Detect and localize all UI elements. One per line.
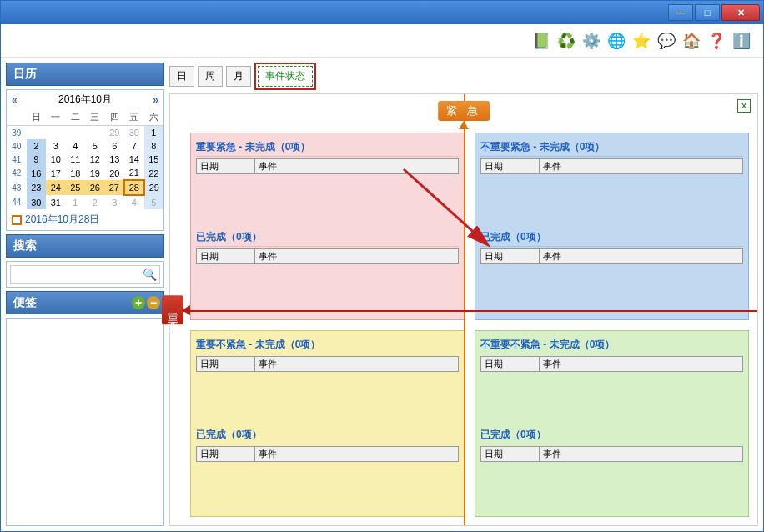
star-icon[interactable]: ⭐ (631, 31, 651, 51)
calendar-day[interactable] (46, 126, 66, 140)
calendar-day[interactable]: 4 (124, 195, 144, 209)
gear-icon[interactable]: ⚙️ (581, 31, 601, 51)
calendar-day[interactable]: 17 (46, 166, 66, 180)
calendar-day[interactable]: 22 (144, 166, 164, 180)
calendar-day[interactable]: 31 (46, 195, 66, 209)
calendar-day[interactable]: 12 (85, 153, 105, 166)
cal-next-button[interactable]: » (153, 94, 158, 106)
content: 日历 « 2016年10月 » 日一二三四五六 3929301402345678… (1, 58, 763, 531)
calendar-widget: « 2016年10月 » 日一二三四五六 3929301402345678419… (6, 89, 164, 231)
app-window: — □ ✕ 📗 ♻️ ⚙️ 🌐 ⭐ 💬 🏠 ❓ ℹ️ 日历 « 2016年10月… (0, 0, 764, 532)
today-link[interactable]: 2016年10月28日 (7, 209, 163, 230)
help-icon[interactable]: ❓ (706, 31, 726, 51)
calendar-day[interactable]: 2 (27, 139, 47, 153)
calendar-day[interactable]: 13 (105, 153, 125, 166)
section-title: 已完成（0项） (480, 426, 743, 444)
calendar-day[interactable]: 30 (124, 126, 144, 140)
close-button[interactable]: ✕ (721, 4, 760, 21)
calendar-day[interactable]: 1 (144, 126, 164, 140)
week-number: 40 (7, 139, 27, 153)
titlebar: — □ ✕ (1, 1, 763, 24)
cal-prev-button[interactable]: « (12, 94, 18, 106)
tab-event-status[interactable]: 事件状态 (258, 66, 313, 87)
recycle-icon[interactable]: ♻️ (556, 31, 576, 51)
calendar-day[interactable]: 29 (144, 180, 164, 195)
calendar-day[interactable]: 25 (66, 180, 86, 195)
info-icon[interactable]: ℹ️ (731, 31, 751, 51)
book-icon[interactable]: 📗 (531, 31, 551, 51)
calendar-day[interactable]: 5 (85, 139, 105, 153)
maximize-button[interactable]: □ (695, 4, 720, 21)
search-input[interactable] (10, 265, 160, 284)
calendar-day[interactable]: 7 (124, 139, 144, 153)
remove-note-button[interactable]: − (147, 296, 160, 309)
tab-week[interactable]: 周 (198, 66, 223, 87)
event-table[interactable]: 日期事件 (196, 248, 459, 264)
calendar-day[interactable] (27, 126, 47, 140)
calendar-day[interactable]: 8 (144, 139, 164, 153)
notes-list[interactable] (6, 318, 164, 526)
calendar-day[interactable]: 4 (66, 139, 86, 153)
sidebar: 日历 « 2016年10月 » 日一二三四五六 3929301402345678… (6, 63, 164, 526)
week-number: 41 (7, 153, 27, 166)
calendar-day[interactable]: 23 (27, 180, 47, 195)
calendar-day[interactable]: 30 (27, 195, 47, 209)
col-event: 事件 (255, 356, 459, 371)
calendar-day[interactable] (85, 126, 105, 140)
calendar-day[interactable]: 9 (27, 153, 47, 166)
calendar-day[interactable] (66, 126, 86, 140)
home-icon[interactable]: 🏠 (681, 31, 701, 51)
search-icon[interactable]: 🔍 (143, 268, 157, 281)
col-event: 事件 (540, 249, 743, 264)
col-date: 日期 (197, 446, 255, 461)
axis-important-label: 重 要 (162, 295, 183, 325)
tab-month[interactable]: 月 (226, 66, 251, 87)
col-event: 事件 (255, 159, 459, 174)
chat-icon[interactable]: 💬 (656, 31, 676, 51)
event-table[interactable]: 日期事件 (196, 356, 459, 372)
weekday-header: 一 (46, 109, 66, 126)
calendar-day[interactable]: 5 (144, 195, 164, 209)
calendar-day[interactable]: 29 (105, 126, 125, 140)
search-panel-header: 搜索 (6, 234, 164, 258)
tab-day[interactable]: 日 (169, 66, 194, 87)
calendar-day[interactable]: 6 (105, 139, 125, 153)
section-title: 已完成（0项） (196, 228, 459, 247)
add-note-button[interactable]: + (132, 296, 145, 309)
week-number: 39 (7, 126, 27, 140)
calendar-day[interactable]: 27 (105, 180, 125, 195)
calendar-day[interactable]: 11 (66, 153, 86, 166)
section-title: 已完成（0项） (480, 228, 743, 247)
export-excel-button[interactable]: X (737, 99, 751, 113)
globe-icon[interactable]: 🌐 (606, 31, 626, 51)
event-table[interactable]: 日期事件 (196, 446, 459, 462)
calendar-day[interactable]: 24 (46, 180, 66, 195)
event-table[interactable]: 日期事件 (480, 356, 743, 372)
calendar-day[interactable]: 16 (27, 166, 47, 180)
calendar-day[interactable]: 28 (124, 180, 144, 195)
event-table[interactable]: 日期事件 (196, 158, 459, 174)
calendar-day[interactable]: 3 (105, 195, 125, 209)
calendar-day[interactable]: 3 (46, 139, 66, 153)
event-table[interactable]: 日期事件 (480, 446, 743, 462)
col-date: 日期 (197, 356, 255, 371)
calendar-day[interactable]: 15 (144, 153, 164, 166)
calendar-day[interactable]: 19 (85, 166, 105, 180)
calendar-day[interactable]: 26 (85, 180, 105, 195)
calendar-day[interactable]: 21 (124, 166, 144, 180)
today-marker-icon (12, 215, 22, 225)
calendar-day[interactable]: 1 (66, 195, 86, 209)
calendar-day[interactable]: 18 (66, 166, 86, 180)
col-date: 日期 (481, 356, 540, 371)
weekday-header: 二 (66, 109, 86, 126)
event-table[interactable]: 日期事件 (480, 158, 743, 174)
minimize-button[interactable]: — (668, 4, 693, 21)
calendar-day[interactable]: 10 (46, 153, 66, 166)
toolbar: 📗 ♻️ ⚙️ 🌐 ⭐ 💬 🏠 ❓ ℹ️ (1, 24, 763, 58)
cal-month-title[interactable]: 2016年10月 (18, 93, 153, 107)
col-event: 事件 (540, 356, 743, 371)
event-table[interactable]: 日期事件 (480, 248, 743, 264)
calendar-day[interactable]: 14 (124, 153, 144, 166)
calendar-day[interactable]: 2 (85, 195, 105, 209)
calendar-day[interactable]: 20 (105, 166, 125, 180)
